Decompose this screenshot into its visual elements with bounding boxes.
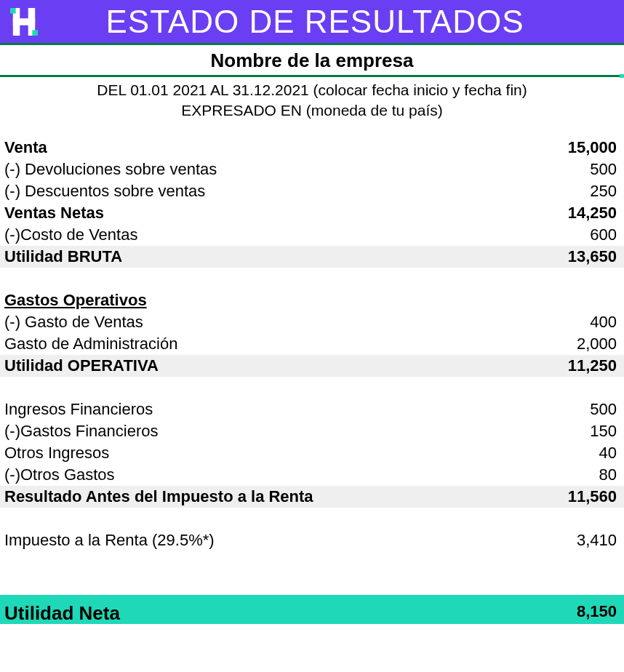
label-otros-gastos: (-)Otros Gastos [4,464,115,486]
row-utilidad-bruta: Utilidad BRUTA 13,650 [0,246,624,268]
row-gasto-ventas: (-) Gasto de Ventas 400 [0,311,624,333]
value-costo-ventas: 600 [551,224,617,246]
value-impuesto: 3,410 [551,529,617,551]
row-impuesto: Impuesto a la Renta (29.5%*) 3,410 [0,529,624,551]
value-devoluciones: 500 [551,159,617,180]
spacer [0,268,624,289]
label-costo-ventas: (-)Costo de Ventas [4,224,137,246]
value-gasto-ventas: 400 [551,311,617,333]
label-gasto-admin: Gasto de Administración [4,333,177,355]
label-impuesto: Impuesto a la Renta (29.5%*) [4,529,215,551]
logo-icon [6,4,42,40]
label-gastos-fin: (-)Gastos Financieros [4,420,159,442]
row-gastos-fin: (-)Gastos Financieros 150 [0,420,624,442]
label-otros-ingresos: Otros Ingresos [4,442,109,464]
spacer [0,573,624,595]
row-descuentos: (-) Descuentos sobre ventas 250 [0,180,624,202]
value-utilidad-operativa: 11,250 [551,355,617,377]
value-otros-ingresos: 40 [551,442,617,464]
row-utilidad-neta: Utilidad Neta 8,150 [0,595,624,624]
label-utilidad-operativa: Utilidad OPERATIVA [4,355,159,377]
period-line: DEL 01.01 2021 AL 31.12.2021 (colocar fe… [0,77,624,100]
value-gasto-admin: 2,000 [551,333,617,355]
row-ingresos-fin: Ingresos Financieros 500 [0,399,624,420]
report-title: ESTADO DE RESULTADOS [42,4,624,40]
value-gastos-fin: 150 [551,420,617,442]
row-utilidad-operativa: Utilidad OPERATIVA 11,250 [0,355,624,377]
row-resultado-antes: Resultado Antes del Impuesto a la Renta … [0,486,624,508]
label-devoluciones: (-) Devoluciones sobre ventas [4,159,217,180]
value-descuentos: 250 [551,180,617,202]
row-gastos-operativos-header: Gastos Operativos [0,289,624,311]
value-utilidad-neta: 8,150 [551,601,617,624]
label-gastos-operativos: Gastos Operativos [4,289,147,311]
currency-line: EXPRESADO EN (moneda de tu país) [0,100,624,137]
income-statement-body: Venta 15,000 (-) Devoluciones sobre vent… [0,137,624,624]
row-gasto-admin: Gasto de Administración 2,000 [0,333,624,355]
row-costo-ventas: (-)Costo de Ventas 600 [0,224,624,246]
value-ventas-netas: 14,250 [551,202,617,224]
svg-rect-4 [32,30,38,36]
svg-rect-3 [10,8,16,14]
label-resultado-antes: Resultado Antes del Impuesto a la Renta [4,486,313,508]
company-name: Nombre de la empresa [0,45,624,77]
value-venta: 15,000 [551,137,617,159]
row-otros-ingresos: Otros Ingresos 40 [0,442,624,464]
row-ventas-netas: Ventas Netas 14,250 [0,202,624,224]
row-devoluciones: (-) Devoluciones sobre ventas 500 [0,159,624,180]
label-ingresos-fin: Ingresos Financieros [4,399,153,420]
label-ventas-netas: Ventas Netas [4,202,104,224]
label-descuentos: (-) Descuentos sobre ventas [4,180,205,202]
value-ingresos-fin: 500 [551,399,617,420]
row-venta: Venta 15,000 [0,137,624,159]
label-utilidad-bruta: Utilidad BRUTA [4,246,122,268]
label-gasto-ventas: (-) Gasto de Ventas [4,311,143,333]
value-utilidad-bruta: 13,650 [551,246,617,268]
svg-rect-2 [13,18,35,25]
spacer [0,377,624,399]
label-venta: Venta [4,137,47,159]
label-utilidad-neta: Utilidad Neta [4,602,120,624]
value-otros-gastos: 80 [551,464,617,486]
spacer [0,551,624,573]
report-header: ESTADO DE RESULTADOS [0,0,624,45]
row-otros-gastos: (-)Otros Gastos 80 [0,464,624,486]
value-resultado-antes: 11,560 [551,486,617,508]
spacer [0,508,624,529]
